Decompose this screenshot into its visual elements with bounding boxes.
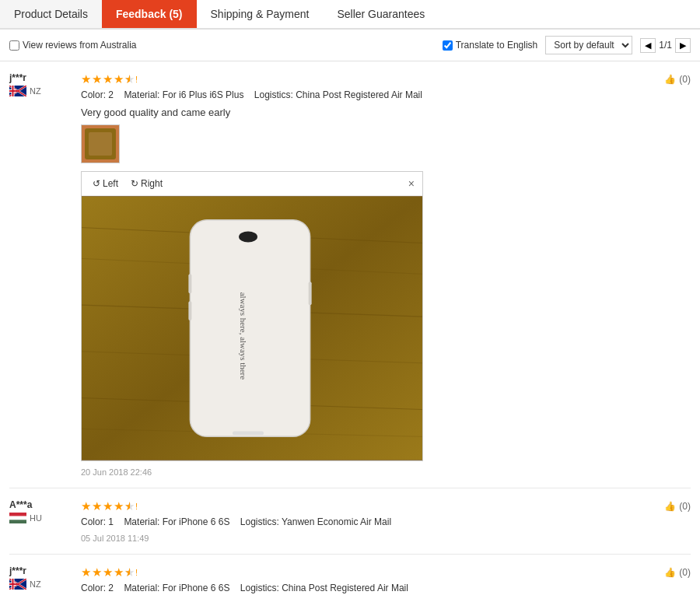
flag-nz-icon xyxy=(9,86,26,96)
australia-checkbox[interactable] xyxy=(9,40,19,51)
reviewer-username: j***r xyxy=(9,565,72,576)
country-code: NZ xyxy=(30,86,41,96)
tab-shipping[interactable]: Shipping & Payment xyxy=(197,0,324,28)
country-code: HU xyxy=(30,513,42,523)
star-rating: ★ ★ ★ ★ ★ ★ ! xyxy=(81,499,642,513)
reviewer-info: j***r NZ xyxy=(9,565,72,595)
review-date: 05 Jul 2018 11:49 xyxy=(81,534,642,543)
svg-rect-38 xyxy=(12,579,14,590)
reviewer-info: A***a HU xyxy=(9,499,72,543)
reviewer-country: HU xyxy=(9,513,72,523)
rotate-left-button[interactable]: ↺ Left xyxy=(89,177,121,191)
tab-product-details[interactable]: Product Details xyxy=(0,0,102,28)
svg-rect-20 xyxy=(190,220,310,437)
prev-page-button[interactable]: ◀ xyxy=(640,38,656,53)
review-meta: Color: 1 Material: For iPhone 6 6S Logis… xyxy=(81,516,642,527)
review-meta: Color: 2 Material: For i6 Plus i6S Plus … xyxy=(81,89,642,100)
thumb-up-icon: 👍 xyxy=(664,501,676,512)
rotate-right-icon: ↻ xyxy=(131,178,138,189)
like-button[interactable]: 👍 (0) xyxy=(652,499,691,543)
reviewer-username: A***a xyxy=(9,499,72,510)
svg-rect-25 xyxy=(309,282,312,305)
thumb-up-icon: 👍 xyxy=(664,74,676,85)
close-viewer-button[interactable]: × xyxy=(408,177,415,190)
tab-seller[interactable]: Seller Guarantees xyxy=(323,0,439,28)
svg-rect-10 xyxy=(89,132,112,156)
rotate-right-button[interactable]: ↻ Right xyxy=(128,177,166,191)
australia-filter[interactable]: View reviews from Australia xyxy=(9,40,137,51)
review-item: j***r NZ xyxy=(9,61,691,488)
svg-rect-24 xyxy=(188,301,191,320)
review-meta: Color: 2 Material: For iPhone 6 6S Logis… xyxy=(81,583,642,593)
like-count: (0) xyxy=(679,74,691,85)
like-button[interactable]: 👍 (0) xyxy=(652,72,691,477)
svg-rect-26 xyxy=(233,431,264,435)
review-item: A***a HU ★ ★ ★ ★ ★ ★ xyxy=(9,488,691,555)
translate-checkbox[interactable] xyxy=(443,40,453,51)
like-count: (0) xyxy=(679,567,691,578)
review-text: Very good quality and came early xyxy=(81,107,642,118)
svg-text:always here, always there: always here, always there xyxy=(239,292,248,380)
tabs-bar: Product Details Feedback (5) Shipping & … xyxy=(0,0,700,30)
star-rating: ★ ★ ★ ★ ★ ★ ! xyxy=(81,565,642,579)
viewer-controls: ↺ Left ↻ Right × xyxy=(82,172,422,196)
next-page-button[interactable]: ▶ xyxy=(675,38,691,53)
svg-rect-23 xyxy=(188,274,191,293)
filter-bar: View reviews from Australia Translate to… xyxy=(0,30,700,61)
review-content: ★ ★ ★ ★ ★ ★ ! Color: 1 Material: For iPh… xyxy=(81,499,642,543)
svg-rect-8 xyxy=(12,86,14,96)
review-thumbnail[interactable] xyxy=(81,124,120,163)
review-date: 20 Jun 2018 22:46 xyxy=(81,467,642,477)
svg-rect-28 xyxy=(9,516,26,520)
tab-feedback[interactable]: Feedback (5) xyxy=(102,0,197,28)
svg-rect-27 xyxy=(9,513,26,516)
sort-dropdown[interactable]: Sort by default xyxy=(545,36,632,54)
viewer-image: always here, always there xyxy=(82,196,422,460)
svg-rect-29 xyxy=(9,520,26,523)
star-rating: ★ ★ ★ ★ ★ ★ ! xyxy=(81,72,642,86)
pagination: ◀ 1/1 ▶ xyxy=(640,38,691,53)
rotate-left-icon: ↺ xyxy=(93,178,100,189)
translate-filter[interactable]: Translate to English xyxy=(443,40,538,51)
flag-nz-icon xyxy=(9,579,26,590)
thumb-up-icon: 👍 xyxy=(664,567,676,578)
review-content: ★ ★ ★ ★ ★ ★ ! Color: 2 Material: For i6 … xyxy=(81,72,642,477)
country-code: NZ xyxy=(30,579,41,589)
reviewer-country: NZ xyxy=(9,86,72,96)
reviewer-country: NZ xyxy=(9,579,72,590)
review-item: j***r NZ xyxy=(9,555,691,595)
image-viewer: ↺ Left ↻ Right × xyxy=(81,171,423,461)
like-button[interactable]: 👍 (0) xyxy=(652,565,691,595)
reviewer-username: j***r xyxy=(9,72,72,83)
reviewer-info: j***r NZ xyxy=(9,72,72,477)
like-count: (0) xyxy=(679,501,691,512)
svg-point-21 xyxy=(239,232,257,243)
reviews-list: j***r NZ xyxy=(0,61,700,595)
page-info: 1/1 xyxy=(659,40,672,51)
flag-hu-icon xyxy=(9,513,26,523)
review-content: ★ ★ ★ ★ ★ ★ ! Color: 2 Material: For iPh… xyxy=(81,565,642,595)
